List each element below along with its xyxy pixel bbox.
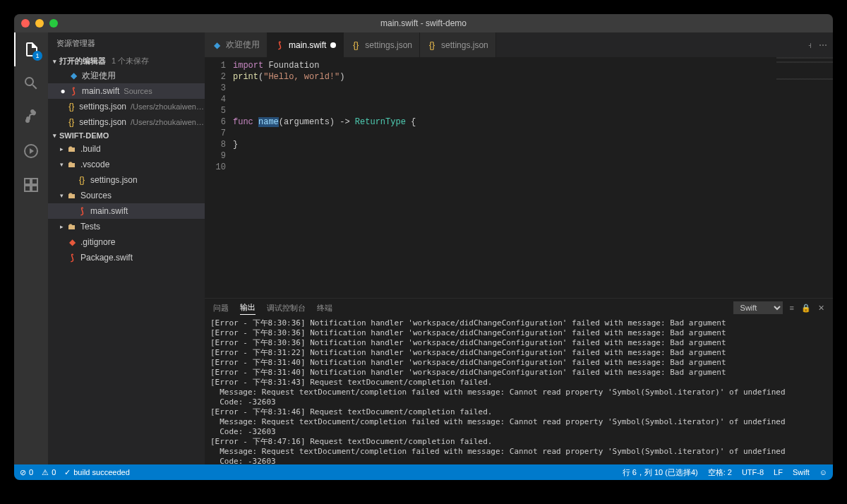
json-icon: {} xyxy=(66,117,76,127)
window-controls xyxy=(14,19,58,28)
more-actions-icon[interactable]: ⋯ xyxy=(819,40,827,50)
tree-folder-tests[interactable]: ▸🖿Tests xyxy=(48,219,205,234)
sidebar-explorer: 资源管理器 ▾ 打开的编辑器 1 个未保存 ◆欢迎使用 ●⟆main.swift… xyxy=(48,32,205,464)
chevron-down-icon: ▾ xyxy=(58,192,65,199)
open-editor-label: main.swift xyxy=(82,86,119,96)
status-encoding[interactable]: UTF-8 xyxy=(742,468,764,476)
activity-bar: 1 xyxy=(14,32,48,464)
line-gutter: 12345678910 xyxy=(205,57,233,298)
panel-tab-problems[interactable]: 问题 xyxy=(213,301,229,315)
tree-label: main.swift xyxy=(90,206,128,216)
output-channel-select[interactable]: Swift xyxy=(733,301,783,314)
clear-output-icon[interactable]: ≡ xyxy=(790,304,794,312)
open-editor-label: settings.json xyxy=(79,117,126,127)
smiley-icon: ☺ xyxy=(819,468,827,476)
status-language[interactable]: Swift xyxy=(793,468,810,476)
minimap[interactable] xyxy=(776,57,833,100)
chevron-right-icon: ▸ xyxy=(58,145,65,152)
status-build[interactable]: ✓build succeeded xyxy=(64,468,130,477)
swift-icon: ⟆ xyxy=(76,206,88,216)
tree-label: .vscode xyxy=(80,160,109,169)
workspace-header[interactable]: ▾ SWIFT-DEMO xyxy=(48,130,205,141)
open-editor-label: 欢迎使用 xyxy=(82,70,116,82)
window-title: main.swift - swift-demo xyxy=(380,18,467,28)
tab-label: 欢迎使用 xyxy=(226,39,260,51)
status-cursor[interactable]: 行 6，列 10 (已选择4) xyxy=(623,467,698,478)
swift-icon: ⟆ xyxy=(66,253,78,263)
activity-explorer[interactable]: 1 xyxy=(14,32,48,66)
editor-area: ◆欢迎使用 ⟆main.swift {}settings.json {}sett… xyxy=(205,32,833,464)
swift-icon: ⟆ xyxy=(68,86,79,96)
tree-label: .build xyxy=(80,144,101,154)
tree-file-settings[interactable]: {}settings.json xyxy=(48,172,205,188)
chevron-down-icon: ▾ xyxy=(58,161,65,168)
tree-folder-build[interactable]: ▸🖿.build xyxy=(48,141,205,157)
open-editor-item[interactable]: ◆欢迎使用 xyxy=(48,68,205,83)
split-editor-icon[interactable]: ⫞ xyxy=(807,40,812,50)
status-spaces[interactable]: 空格: 2 xyxy=(708,467,732,478)
open-editors-header[interactable]: ▾ 打开的编辑器 1 个未保存 xyxy=(48,54,205,68)
minimize-window-button[interactable] xyxy=(35,19,44,28)
json-icon: {} xyxy=(427,40,437,50)
status-errors[interactable]: ⊘0 xyxy=(20,468,33,477)
json-icon: {} xyxy=(76,175,88,185)
panel-tab-output[interactable]: 输出 xyxy=(240,301,256,315)
panel-tab-terminal[interactable]: 终端 xyxy=(317,301,332,315)
status-warnings[interactable]: ⚠0 xyxy=(42,468,56,477)
code-content[interactable]: import Foundation print("Hello, world!")… xyxy=(233,57,833,298)
tab-label: settings.json xyxy=(365,40,412,50)
panel-tab-debug-console[interactable]: 调试控制台 xyxy=(267,301,306,315)
activity-debug[interactable] xyxy=(14,134,48,168)
tab-label: settings.json xyxy=(441,40,488,50)
source-control-icon xyxy=(23,109,40,126)
tree-file-package[interactable]: ⟆Package.swift xyxy=(48,250,205,265)
tree-label: Tests xyxy=(80,222,100,232)
tab-main-swift[interactable]: ⟆main.swift xyxy=(268,32,344,57)
open-editor-label: settings.json xyxy=(79,102,126,112)
open-editors-list: ◆欢迎使用 ●⟆main.swiftSources {}settings.jso… xyxy=(48,68,205,130)
explorer-badge: 1 xyxy=(32,51,42,61)
tree-folder-sources[interactable]: ▾🖿Sources xyxy=(48,188,205,203)
tab-settings-json-1[interactable]: {}settings.json xyxy=(344,32,420,57)
tree-label: Package.swift xyxy=(80,253,133,263)
workspace-name: SWIFT-DEMO xyxy=(59,131,109,140)
close-panel-icon[interactable]: ✕ xyxy=(818,304,824,313)
open-editor-path: /Users/zhoukaiwen/Lib... xyxy=(131,102,205,111)
bottom-panel: 问题 输出 调试控制台 终端 Swift ≡ 🔒 ✕ [Error - 下午8:… xyxy=(205,298,833,464)
activity-scm[interactable] xyxy=(14,100,48,134)
editor-body[interactable]: 12345678910 import Foundation print("Hel… xyxy=(205,57,833,298)
folder-icon: 🖿 xyxy=(66,160,78,169)
tree-folder-vscode[interactable]: ▾🖿.vscode xyxy=(48,157,205,172)
open-editor-item[interactable]: ●⟆main.swiftSources xyxy=(48,83,205,99)
chevron-right-icon: ▸ xyxy=(58,223,65,230)
titlebar: main.swift - swift-demo xyxy=(14,14,833,32)
warning-icon: ⚠ xyxy=(42,468,49,477)
lock-scroll-icon[interactable]: 🔒 xyxy=(801,304,811,313)
tab-label: main.swift xyxy=(289,40,326,50)
search-icon xyxy=(23,75,40,92)
open-editor-path: /Users/zhoukaiwen/Lib... xyxy=(131,118,205,126)
file-tree: ▸🖿.build ▾🖿.vscode {}settings.json ▾🖿Sou… xyxy=(48,141,205,265)
activity-search[interactable] xyxy=(14,66,48,100)
chevron-down-icon: ▾ xyxy=(51,58,58,65)
main-layout: 1 资源管理器 ▾ 打开的编辑器 1 个未保存 ◆欢迎使用 xyxy=(14,32,833,464)
activity-extensions[interactable] xyxy=(14,168,48,202)
maximize-window-button[interactable] xyxy=(49,19,58,28)
tab-welcome[interactable]: ◆欢迎使用 xyxy=(205,32,268,57)
tree-label: Sources xyxy=(80,191,112,200)
output-body[interactable]: [Error - 下午8:30:36] Notification handler… xyxy=(205,317,833,464)
folder-icon: 🖿 xyxy=(66,191,78,200)
tab-settings-json-2[interactable]: {}settings.json xyxy=(420,32,496,57)
close-window-button[interactable] xyxy=(21,19,30,28)
status-eol[interactable]: LF xyxy=(774,468,783,476)
dirty-indicator-icon xyxy=(330,42,336,48)
status-feedback[interactable]: ☺ xyxy=(819,468,827,476)
dirty-indicator: ● xyxy=(58,86,68,96)
open-editor-path: Sources xyxy=(124,87,152,95)
json-icon: {} xyxy=(66,102,76,112)
tree-file-gitignore[interactable]: ◆.gitignore xyxy=(48,234,205,250)
open-editor-item[interactable]: {}settings.json/Users/zhoukaiwen/Lib... xyxy=(48,114,205,130)
chevron-down-icon: ▾ xyxy=(51,132,58,139)
open-editor-item[interactable]: {}settings.json/Users/zhoukaiwen/Lib... xyxy=(48,99,205,114)
tree-file-main[interactable]: ⟆main.swift xyxy=(48,203,205,219)
